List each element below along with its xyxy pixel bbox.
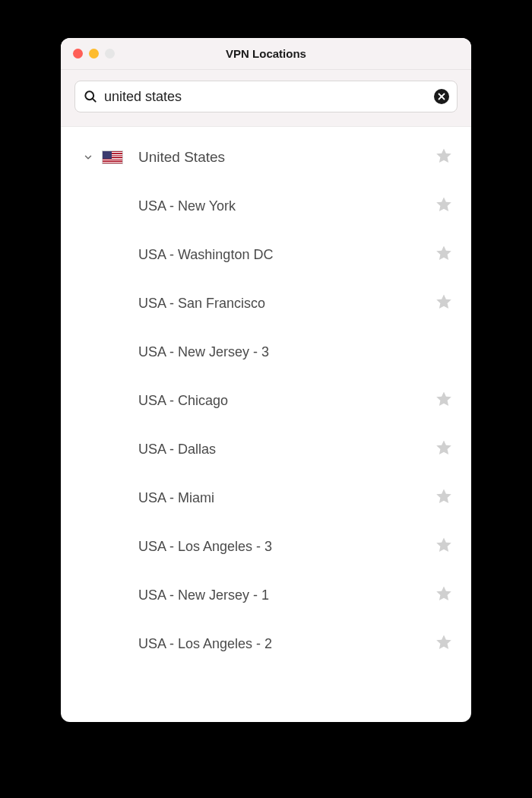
close-button[interactable] — [73, 49, 83, 59]
country-row[interactable]: United States — [61, 133, 471, 182]
search-icon — [83, 89, 98, 104]
location-label: USA - Los Angeles - 2 — [79, 636, 435, 652]
favorite-star-icon[interactable] — [435, 584, 453, 606]
traffic-lights — [61, 49, 115, 59]
favorite-star-icon[interactable] — [435, 487, 453, 508]
favorite-star-icon[interactable] — [435, 244, 453, 265]
location-label: USA - Miami — [79, 490, 435, 506]
vpn-locations-window: VPN Locations — [61, 38, 471, 722]
location-row[interactable]: USA - New York — [61, 182, 471, 230]
favorite-star-icon[interactable] — [435, 147, 453, 168]
location-row[interactable]: USA - Washington DC — [61, 230, 471, 279]
location-label: USA - Los Angeles - 3 — [79, 539, 435, 555]
location-label: USA - New Jersey - 1 — [79, 587, 435, 603]
favorite-star-icon[interactable] — [435, 390, 453, 411]
window-title: VPN Locations — [61, 47, 471, 60]
searchbar-container — [61, 70, 471, 127]
location-label: USA - Chicago — [79, 393, 435, 409]
location-row[interactable]: USA - New Jersey - 3 — [61, 328, 471, 376]
searchbar[interactable] — [74, 81, 458, 112]
location-label: USA - New York — [79, 198, 435, 214]
us-flag-icon — [97, 150, 128, 164]
favorite-star-icon[interactable] — [435, 341, 453, 363]
chevron-down-icon[interactable] — [79, 152, 97, 163]
location-row[interactable]: USA - Miami — [61, 473, 471, 522]
favorite-star-icon[interactable] — [435, 439, 453, 460]
location-label: USA - San Francisco — [79, 296, 435, 312]
maximize-button[interactable] — [105, 49, 115, 59]
location-row[interactable]: USA - Dallas — [61, 425, 471, 473]
favorite-star-icon[interactable] — [435, 293, 453, 314]
location-row[interactable]: USA - New Jersey - 1 — [61, 571, 471, 619]
clear-search-button[interactable] — [434, 89, 449, 104]
country-label: United States — [128, 149, 435, 166]
location-label: USA - Washington DC — [79, 247, 435, 263]
location-row[interactable]: USA - Los Angeles - 2 — [61, 619, 471, 668]
favorite-star-icon[interactable] — [435, 536, 453, 557]
favorite-star-icon[interactable] — [435, 633, 453, 654]
location-row[interactable]: USA - Chicago — [61, 376, 471, 425]
location-row[interactable]: USA - Los Angeles - 3 — [61, 522, 471, 571]
location-label: USA - New Jersey - 3 — [79, 344, 435, 360]
minimize-button[interactable] — [89, 49, 99, 59]
favorite-star-icon[interactable] — [435, 195, 453, 217]
locations-list: United States USA - New York USA - Washi… — [61, 127, 471, 668]
location-label: USA - Dallas — [79, 442, 435, 458]
search-input[interactable] — [104, 89, 428, 105]
location-row[interactable]: USA - San Francisco — [61, 279, 471, 328]
titlebar: VPN Locations — [61, 38, 471, 70]
svg-line-1 — [93, 99, 96, 102]
